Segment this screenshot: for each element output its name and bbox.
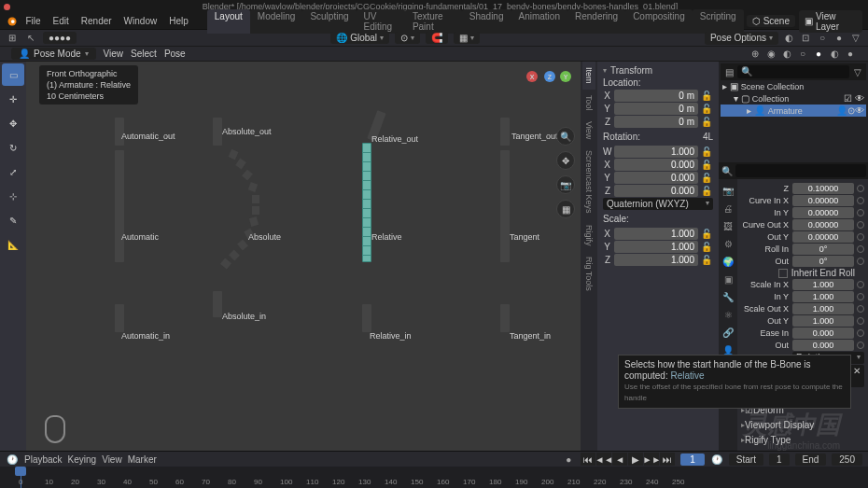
timeline-editor-icon[interactable]: 🕐 bbox=[6, 453, 19, 466]
prop-tab-render-icon[interactable]: 📷 bbox=[721, 183, 735, 198]
inherit-end-roll-check[interactable] bbox=[778, 269, 788, 278]
tab-layout[interactable]: Layout bbox=[207, 9, 250, 34]
shading-solid-icon[interactable]: ● bbox=[833, 32, 846, 45]
tool-rotate-icon[interactable]: ↻ bbox=[2, 136, 24, 159]
tab-anim[interactable]: Animation bbox=[511, 9, 567, 34]
vtab-rigify[interactable]: Rigify bbox=[582, 219, 595, 252]
bbone-z[interactable]: 0.10000 bbox=[792, 183, 854, 194]
outliner-search[interactable]: 🔍 bbox=[737, 65, 849, 78]
rotation-mode[interactable]: Quaternion (WXYZ)▾ bbox=[603, 198, 713, 210]
vtab-item[interactable]: Item bbox=[582, 62, 595, 90]
scale-in-x[interactable]: 1.000 bbox=[792, 279, 854, 290]
tool-select-icon[interactable]: ▭ bbox=[2, 63, 24, 86]
tool-move-icon[interactable]: ✥ bbox=[2, 112, 24, 134]
menu-keying[interactable]: Keying bbox=[68, 454, 97, 465]
overlay-toggle-icon[interactable]: ◐ bbox=[782, 32, 795, 45]
menu-marker[interactable]: Marker bbox=[128, 454, 157, 465]
zoom-icon[interactable]: 🔍 bbox=[556, 127, 575, 146]
menu-view2[interactable]: View bbox=[102, 454, 122, 465]
props-search[interactable] bbox=[735, 164, 866, 177]
scale-x[interactable]: 1.000 bbox=[614, 228, 698, 240]
pivot-select[interactable]: ⊙ ▾ bbox=[395, 32, 420, 44]
outliner-row[interactable]: ▸ ▣Scene Collection bbox=[721, 80, 866, 92]
prop-tab-modifier-icon[interactable]: 🔧 bbox=[721, 289, 735, 304]
prop-tab-output-icon[interactable]: 🖨 bbox=[721, 201, 735, 216]
prop-tab-physics-icon[interactable]: ⚛ bbox=[721, 307, 735, 322]
jump-end-icon[interactable]: ⏭ bbox=[660, 453, 675, 466]
play-icon[interactable]: ▶ bbox=[628, 453, 643, 466]
prop-tab-constraint-icon[interactable]: 🔗 bbox=[721, 325, 735, 340]
curve-out-y[interactable]: 0.00000 bbox=[792, 231, 854, 243]
use-preview-icon[interactable]: 🕐 bbox=[710, 453, 723, 466]
camera-icon[interactable]: 📷 bbox=[556, 175, 575, 194]
vtab-rigtools[interactable]: Rig Tools bbox=[582, 251, 595, 297]
tab-shading[interactable]: Shading bbox=[462, 9, 511, 34]
tool-scale-icon[interactable]: ⤢ bbox=[2, 160, 24, 183]
outliner-row[interactable]: ▾ ▢Collection☑ 👁 bbox=[721, 92, 866, 105]
curve-in-x[interactable]: 0.00000 bbox=[792, 195, 854, 206]
scale-z[interactable]: 1.000 bbox=[614, 254, 698, 266]
tab-render[interactable]: Rendering bbox=[567, 9, 625, 34]
xray-toggle-icon[interactable]: ⊡ bbox=[799, 32, 812, 45]
window-close-icon[interactable] bbox=[4, 4, 10, 10]
snap-toggle[interactable]: 🧲 bbox=[426, 32, 448, 44]
shading-wire-icon[interactable]: ○ bbox=[816, 32, 829, 45]
viewport-solid-icon[interactable]: ● bbox=[812, 48, 825, 61]
menu-select[interactable]: Select bbox=[131, 49, 157, 59]
next-key-icon[interactable]: ►► bbox=[644, 453, 659, 466]
rot-z[interactable]: 0.000 bbox=[614, 185, 698, 197]
menu-file[interactable]: File bbox=[21, 15, 45, 27]
viewport-3d[interactable]: Front Orthographic (1) Armature : Relati… bbox=[26, 62, 581, 451]
roll-out[interactable]: 0° bbox=[792, 256, 854, 267]
curve-out-x[interactable]: 0.00000 bbox=[792, 219, 854, 230]
axis-gizmo[interactable]: Z X Y bbox=[526, 71, 573, 118]
cursor-tool-icon[interactable]: ↖ bbox=[24, 32, 37, 45]
timeline[interactable]: 0102030405060708090100110120130140150160… bbox=[0, 467, 868, 488]
orientation-select[interactable]: 🌐 Global ▾ bbox=[330, 32, 389, 44]
pose-options[interactable]: Pose Options ▾ bbox=[705, 32, 778, 45]
ease-out[interactable]: 0.000 bbox=[792, 340, 854, 351]
menu-edit[interactable]: Edit bbox=[49, 15, 74, 27]
curve-in-y[interactable]: 0.00000 bbox=[792, 207, 854, 218]
vtab-tool[interactable]: Tool bbox=[582, 90, 595, 117]
tab-comp[interactable]: Compositing bbox=[625, 9, 693, 34]
prop-tab-object-icon[interactable]: ▣ bbox=[721, 272, 735, 286]
tool-transform-icon[interactable]: ⊹ bbox=[2, 185, 24, 207]
viewlayer-selector[interactable]: ▣ View Layer bbox=[799, 10, 862, 33]
pan-icon[interactable]: ✥ bbox=[556, 151, 575, 170]
rot-x[interactable]: 0.000 bbox=[614, 159, 698, 171]
menu-pose[interactable]: Pose bbox=[164, 49, 186, 59]
menu-help[interactable]: Help bbox=[164, 15, 193, 27]
tool-measure-icon[interactable]: 📐 bbox=[2, 233, 24, 256]
loc-z[interactable]: 0 m bbox=[614, 116, 698, 128]
tab-sculpting[interactable]: Sculpting bbox=[302, 9, 356, 34]
shading-solid[interactable]: ●●●● bbox=[43, 32, 77, 44]
prev-key-icon[interactable]: ◄◄ bbox=[596, 453, 611, 466]
jump-start-icon[interactable]: ⏮ bbox=[581, 453, 595, 466]
props-search-icon[interactable]: 🔍 bbox=[721, 164, 734, 177]
filter-icon[interactable]: ▽ bbox=[849, 32, 862, 45]
viewport-render-icon[interactable]: ● bbox=[844, 48, 857, 61]
rot-w[interactable]: 1.000 bbox=[614, 146, 698, 158]
overlay-icon[interactable]: ◉ bbox=[764, 48, 777, 61]
tab-uv[interactable]: UV Editing bbox=[357, 9, 405, 34]
tab-texpaint[interactable]: Texture Paint bbox=[405, 9, 462, 34]
show-icon[interactable]: ◐ bbox=[780, 48, 793, 61]
tool-annotate-icon[interactable]: ✎ bbox=[2, 209, 24, 231]
viewport-matpre-icon[interactable]: ◐ bbox=[828, 48, 841, 61]
scale-y[interactable]: 1.000 bbox=[614, 241, 698, 253]
viewport-wire-icon[interactable]: ○ bbox=[796, 48, 809, 61]
autokey-icon[interactable]: ● bbox=[562, 453, 575, 466]
proportional-toggle[interactable]: ▦ ▾ bbox=[454, 32, 480, 44]
gizmo-icon[interactable]: ⊕ bbox=[749, 48, 762, 61]
tab-script[interactable]: Scripting bbox=[693, 9, 744, 34]
persp-icon[interactable]: ▦ bbox=[556, 200, 575, 218]
prop-tab-world-icon[interactable]: 🌍 bbox=[721, 254, 735, 269]
scale-out-y[interactable]: 1.000 bbox=[792, 315, 854, 327]
tab-modeling[interactable]: Modeling bbox=[250, 9, 303, 34]
play-rev-icon[interactable]: ◄ bbox=[612, 453, 627, 466]
editor-type-icon[interactable]: ⊞ bbox=[6, 32, 19, 45]
loc-x[interactable]: 0 m bbox=[614, 90, 698, 102]
current-frame[interactable]: 1 bbox=[680, 453, 705, 466]
prop-tab-view-icon[interactable]: 🖼 bbox=[721, 218, 735, 233]
